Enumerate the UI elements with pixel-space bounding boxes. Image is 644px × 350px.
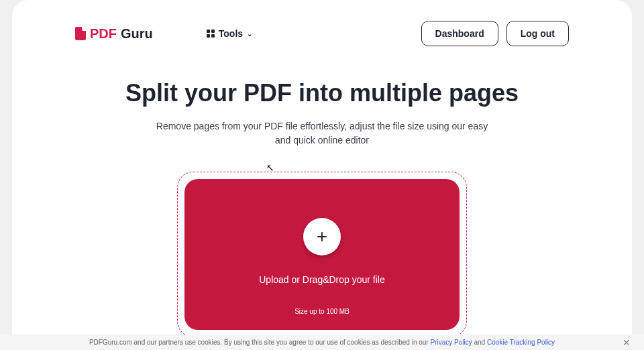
file-dropzone[interactable]: + Upload or Drag&Drop your file Size up … bbox=[184, 179, 460, 330]
grid-icon bbox=[207, 30, 215, 38]
file-icon bbox=[75, 27, 86, 40]
tools-label: Tools bbox=[219, 28, 243, 39]
tools-dropdown[interactable]: Tools ⌄ bbox=[207, 28, 252, 39]
cookie-banner: PDFGuru.com and our partners use cookies… bbox=[0, 335, 644, 350]
chevron-down-icon: ⌄ bbox=[247, 30, 252, 38]
privacy-policy-link[interactable]: Privacy Policy bbox=[430, 339, 472, 346]
dropzone-border: + Upload or Drag&Drop your file Size up … bbox=[177, 172, 467, 337]
dropzone-sublabel: Size up to 100 MB bbox=[198, 308, 446, 315]
logo[interactable]: PDF Guru bbox=[75, 26, 153, 42]
logout-button[interactable]: Log out bbox=[506, 21, 569, 46]
logo-text-guru: Guru bbox=[121, 26, 153, 42]
page-title: Split your PDF into multiple pages bbox=[12, 79, 632, 107]
app-container: PDF Guru Tools ⌄ Dashboard Log out Split… bbox=[12, 0, 632, 350]
dashboard-button[interactable]: Dashboard bbox=[421, 21, 498, 46]
cookie-tracking-link[interactable]: Cookie Tracking Policy bbox=[487, 339, 555, 346]
close-icon[interactable]: ✕ bbox=[623, 337, 631, 348]
page-subtitle: Remove pages from your PDF file effortle… bbox=[154, 119, 490, 148]
main-content: Split your PDF into multiple pages Remov… bbox=[12, 47, 632, 350]
logo-text-pdf: PDF bbox=[90, 26, 117, 42]
plus-icon: + bbox=[303, 218, 341, 255]
header: PDF Guru Tools ⌄ Dashboard Log out bbox=[12, 20, 632, 47]
dropzone-label: Upload or Drag&Drop your file bbox=[198, 274, 446, 285]
cookie-text: PDFGuru.com and our partners use cookies… bbox=[89, 339, 555, 346]
